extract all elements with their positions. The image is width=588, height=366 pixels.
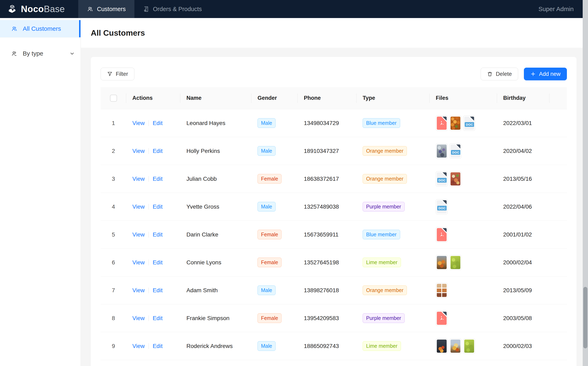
delete-button-label: Delete	[496, 71, 512, 77]
nav-tab-label: Orders & Products	[153, 6, 202, 13]
image-file-thumbnail[interactable]	[436, 283, 448, 298]
birthday-cell: 2003/05/08	[497, 304, 550, 332]
page-title: All Customers	[91, 29, 145, 38]
edit-link[interactable]: Edit	[153, 148, 162, 154]
pdf-file-thumbnail[interactable]	[436, 227, 448, 242]
doc-file-thumbnail[interactable]: DOC	[436, 199, 448, 214]
customer-name: Yvette Gross	[186, 204, 219, 210]
files-cell	[430, 249, 497, 276]
phone-number: 18865092743	[304, 343, 339, 349]
add-new-button[interactable]: Add new	[524, 68, 567, 80]
edit-link[interactable]: Edit	[153, 204, 162, 210]
view-link[interactable]: View	[132, 231, 145, 238]
user-menu[interactable]: Super Admin	[538, 6, 574, 13]
view-link[interactable]: View	[132, 315, 145, 321]
image-file-thumbnail[interactable]	[450, 339, 461, 354]
row-index-cell: 3	[101, 165, 126, 193]
view-link[interactable]: View	[132, 120, 145, 126]
doc-file-thumbnail[interactable]: DOC	[436, 171, 448, 186]
table-row: 3 ViewEdit Julian Cobb Female 1863837261…	[101, 165, 567, 193]
extra-cell	[550, 332, 567, 360]
phone-number: 13257489038	[304, 204, 339, 210]
view-link[interactable]: View	[132, 287, 145, 293]
select-all-checkbox[interactable]	[110, 95, 117, 102]
delete-button[interactable]: Delete	[481, 68, 518, 80]
doc-file-thumbnail[interactable]: DOC	[463, 115, 475, 131]
view-link[interactable]: View	[132, 148, 145, 154]
nav-tab-orders-products[interactable]: Orders & Products	[134, 0, 211, 18]
filter-icon	[107, 71, 113, 77]
row-index-cell: 7	[101, 276, 126, 304]
view-link[interactable]: View	[132, 343, 145, 349]
filter-button[interactable]: Filter	[101, 68, 134, 80]
action-separator	[149, 343, 149, 349]
member-type-badge: Orange member	[363, 285, 407, 295]
table-row: 2 ViewEdit Holly Perkins Male 1891034732…	[101, 137, 567, 165]
filter-button-label: Filter	[116, 71, 128, 77]
vertical-scrollbar-track[interactable]	[583, 0, 588, 366]
brand-text: NocoBase	[21, 4, 65, 14]
type-cell: Lime member	[356, 332, 430, 360]
gender-badge: Male	[257, 202, 276, 212]
row-index-cell: 8	[101, 304, 126, 332]
doc-file-thumbnail[interactable]: DOC	[450, 144, 461, 159]
order-check-icon	[143, 6, 149, 12]
extra-cell	[550, 109, 567, 137]
users-icon	[11, 26, 17, 32]
type-cell: Orange member	[356, 276, 430, 304]
edit-link[interactable]: Edit	[153, 287, 162, 293]
nav-tab-customers[interactable]: Customers	[78, 0, 134, 18]
birthday-cell: 2000/02/03	[497, 332, 550, 360]
type-cell: Orange member	[356, 137, 430, 165]
customer-name: Connie Lyons	[186, 259, 221, 266]
image-file-thumbnail[interactable]	[436, 144, 448, 159]
birthday-value: 2022/04/06	[503, 204, 532, 210]
image-file-thumbnail[interactable]	[463, 339, 475, 354]
phone-cell: 18910347327	[298, 137, 356, 165]
files-cell	[430, 304, 497, 332]
image-file-thumbnail[interactable]	[436, 255, 448, 270]
edit-link[interactable]: Edit	[153, 120, 162, 126]
name-cell: Leonard Hayes	[180, 109, 251, 137]
vertical-scrollbar-thumb[interactable]	[583, 287, 587, 348]
phone-number: 18638372617	[304, 176, 339, 182]
view-link[interactable]: View	[132, 204, 145, 210]
files-list: DOC	[436, 115, 497, 131]
view-link[interactable]: View	[132, 176, 145, 182]
nocobase-logo[interactable]: NocoBase	[7, 4, 65, 14]
files-list	[436, 255, 497, 270]
actions-cell: ViewEdit	[126, 193, 180, 221]
top-nav: NocoBase Customers	[0, 0, 588, 18]
image-file-thumbnail[interactable]	[450, 255, 461, 270]
action-separator	[149, 232, 149, 237]
image-file-thumbnail[interactable]	[450, 171, 461, 186]
edit-link[interactable]: Edit	[153, 343, 162, 349]
type-cell: Blue member	[356, 109, 430, 137]
pdf-file-thumbnail[interactable]	[436, 115, 448, 131]
pdf-file-thumbnail[interactable]	[436, 311, 448, 326]
sidebar-item-all-customers[interactable]: All Customers	[0, 20, 81, 37]
table-row: 7 ViewEdit Adam Smith Male 13898276018 O…	[101, 276, 567, 304]
edit-link[interactable]: Edit	[153, 176, 162, 182]
table-card: Filter Delete	[91, 57, 577, 366]
edit-link[interactable]: Edit	[153, 259, 162, 266]
image-file-thumbnail[interactable]	[436, 339, 448, 354]
action-separator	[149, 176, 149, 182]
sidebar-item-by-type[interactable]: By type	[0, 45, 81, 62]
customer-name: Adam Smith	[186, 287, 218, 293]
name-cell: Adam Smith	[180, 276, 251, 304]
row-index: 2	[112, 148, 115, 154]
actions-cell: ViewEdit	[126, 109, 180, 137]
gender-cell: Female	[251, 249, 298, 276]
column-header-birthday: Birthday	[497, 87, 550, 109]
column-header-actions: Actions	[126, 87, 180, 109]
extra-cell	[550, 165, 567, 193]
edit-link[interactable]: Edit	[153, 315, 162, 321]
member-type-badge: Orange member	[363, 146, 407, 156]
phone-number: 13527645198	[304, 259, 339, 266]
view-link[interactable]: View	[132, 259, 145, 266]
edit-link[interactable]: Edit	[153, 231, 162, 238]
customer-name: Leonard Hayes	[186, 120, 225, 126]
image-file-thumbnail[interactable]	[450, 115, 461, 131]
type-cell: Blue member	[356, 221, 430, 249]
